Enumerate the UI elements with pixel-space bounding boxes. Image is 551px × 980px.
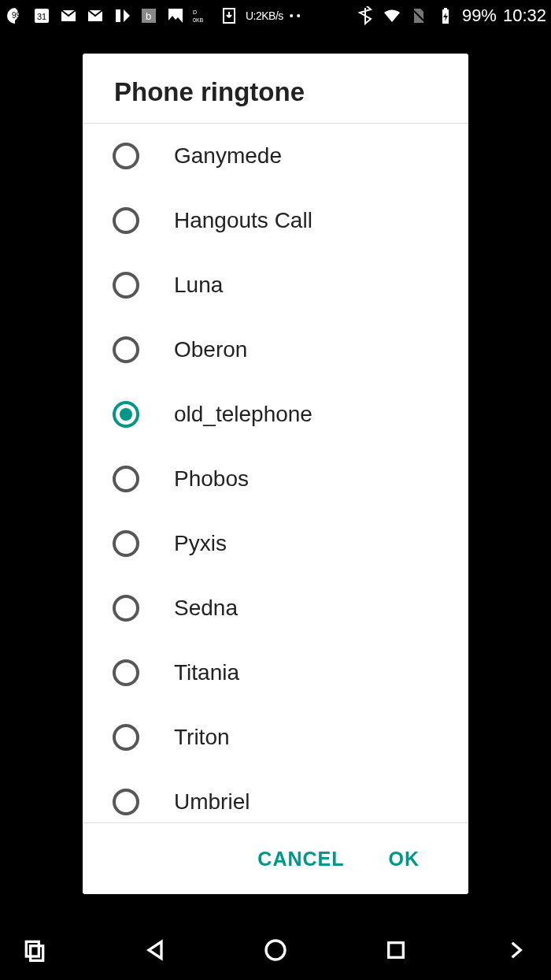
ringtone-option-label: Oberon (174, 337, 247, 362)
svg-rect-16 (31, 946, 43, 961)
ringtone-option[interactable]: Titania (83, 640, 468, 705)
ringtone-option-label: Titania (174, 660, 239, 685)
status-bar-right: 99% 10:32 (325, 6, 546, 26)
navigation-bar (0, 920, 551, 980)
svg-rect-18 (389, 943, 404, 958)
back-button[interactable] (141, 936, 169, 964)
radio-selected-icon[interactable] (113, 401, 139, 428)
layers-icon[interactable] (20, 936, 49, 964)
ringtone-option-label: Luna (174, 273, 223, 298)
ringtone-option-label: Pyxis (174, 531, 227, 556)
ringtone-option[interactable]: Triton (83, 705, 468, 770)
gmail-icon-2 (85, 6, 105, 26)
ringtone-option[interactable]: Phobos (83, 447, 468, 511)
svg-text:b: b (146, 10, 151, 22)
ringtone-option-label: Phobos (174, 466, 249, 492)
status-bar: 99 31 b D0KB U:2KB/s • • (0, 0, 551, 32)
wifi-icon (382, 6, 402, 26)
ringtone-option-label: Sedna (174, 596, 238, 621)
no-sim-icon (409, 6, 429, 26)
ringtone-list[interactable]: GanymedeHangouts CallLunaOberonold_telep… (83, 124, 468, 823)
radio-icon[interactable] (113, 789, 139, 815)
radio-icon[interactable] (113, 336, 139, 363)
home-button[interactable] (261, 936, 290, 964)
radio-icon[interactable] (113, 272, 139, 299)
clock: 10:32 (503, 6, 546, 26)
hangouts-icon: 99 (5, 6, 25, 26)
ringtone-option[interactable]: Ganymede (83, 124, 468, 188)
status-bar-left: 99 31 b D0KB U:2KB/s • • (5, 6, 301, 26)
radio-icon[interactable] (113, 595, 139, 622)
svg-text:0KB: 0KB (193, 17, 204, 23)
ringtone-option-label: Umbriel (174, 789, 250, 815)
battery-charging-icon (435, 6, 456, 26)
svg-rect-5 (116, 9, 120, 22)
radio-icon[interactable] (113, 724, 139, 751)
radio-icon[interactable] (113, 143, 139, 169)
ringtone-option[interactable]: Sedna (83, 576, 468, 640)
app-b-icon: b (139, 6, 159, 26)
dialog-title: Phone ringtone (83, 54, 468, 124)
radio-icon[interactable] (113, 530, 139, 557)
svg-text:D: D (193, 9, 197, 15)
play-pause-icon (112, 6, 132, 26)
svg-text:31: 31 (37, 12, 46, 21)
ringtone-option[interactable]: Hangouts Call (83, 188, 468, 253)
ringtone-dialog: Phone ringtone GanymedeHangouts CallLuna… (83, 54, 468, 894)
ok-button[interactable]: OK (389, 848, 420, 870)
svg-text:99: 99 (12, 11, 21, 20)
radio-icon[interactable] (113, 207, 139, 234)
gmail-icon (58, 6, 79, 26)
radio-icon[interactable] (113, 659, 139, 686)
ringtone-option-label: Triton (174, 725, 230, 750)
dialog-actions: CANCEL OK (83, 823, 468, 894)
net-speed-label: U:2KB/s (246, 9, 283, 22)
ringtone-option-label: old_telephone (174, 402, 312, 427)
data-kb-icon: D0KB (192, 6, 213, 26)
ringtone-option[interactable]: Luna (83, 253, 468, 317)
photos-icon (165, 6, 186, 26)
cancel-button[interactable]: CANCEL (257, 848, 344, 870)
ringtone-option[interactable]: Oberon (83, 317, 468, 382)
recents-button[interactable] (382, 936, 410, 964)
more-dots: • • (290, 10, 301, 21)
svg-rect-14 (444, 8, 447, 9)
ringtone-option-label: Hangouts Call (174, 208, 312, 233)
ringtone-option[interactable]: Pyxis (83, 511, 468, 576)
svg-rect-15 (26, 941, 39, 956)
svg-point-17 (266, 941, 285, 960)
forward-button[interactable] (502, 936, 531, 964)
radio-icon[interactable] (113, 466, 139, 492)
ringtone-option[interactable]: old_telephone (83, 382, 468, 447)
calendar-icon: 31 (31, 6, 52, 26)
download-icon (219, 6, 239, 26)
bluetooth-icon (355, 6, 375, 26)
ringtone-option-label: Ganymede (174, 143, 282, 169)
ringtone-option[interactable]: Umbriel (83, 770, 468, 823)
battery-percent: 99% (462, 6, 497, 26)
